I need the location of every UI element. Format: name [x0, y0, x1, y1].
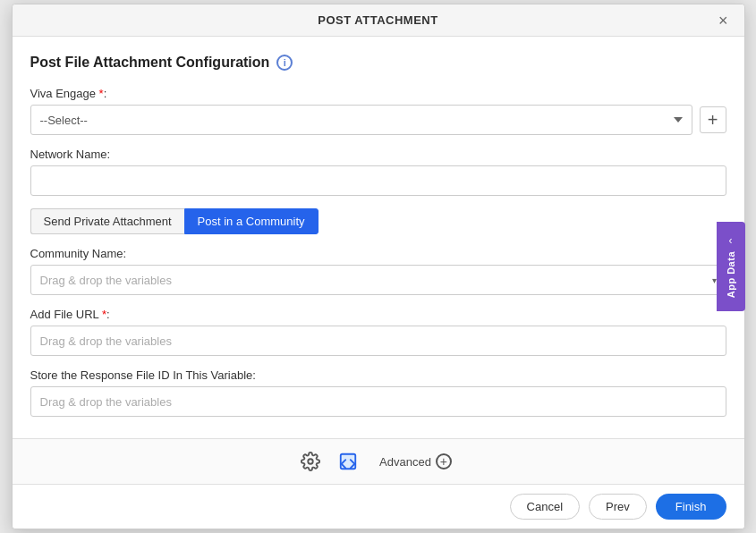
- community-name-input[interactable]: Drag & drop the variables ▾: [30, 265, 726, 295]
- gear-icon-button[interactable]: [297, 448, 324, 475]
- community-name-label: Community Name:: [30, 247, 726, 260]
- network-name-input[interactable]: [30, 165, 726, 196]
- action-footer: Cancel Prev Finish: [13, 484, 744, 529]
- add-file-url-input[interactable]: Drag & drop the variables: [30, 326, 726, 356]
- prev-button[interactable]: Prev: [589, 494, 647, 520]
- viva-engage-group: Viva Engage *: --Select-- +: [30, 87, 726, 135]
- modal-body: Post File Attachment Configuration i Viv…: [13, 37, 744, 438]
- viva-engage-label: Viva Engage *:: [30, 87, 726, 100]
- svg-point-0: [308, 459, 313, 464]
- viva-engage-select-wrapper: --Select-- +: [30, 105, 726, 135]
- network-name-label: Network Name:: [30, 148, 726, 161]
- embed-icon-button[interactable]: [335, 448, 361, 475]
- tab-post-community[interactable]: Post in a Community: [184, 208, 319, 234]
- add-file-url-group: Add File URL *: Drag & drop the variable…: [30, 308, 726, 356]
- tab-private-attachment[interactable]: Send Private Attachment: [30, 208, 184, 234]
- modal-title: POST ATTACHMENT: [318, 13, 437, 27]
- viva-engage-select[interactable]: --Select--: [30, 105, 692, 135]
- side-chevron-icon: ‹: [729, 234, 733, 247]
- app-data-tab[interactable]: ‹ App Data: [717, 222, 745, 311]
- modal-dialog: POST ATTACHMENT × Post File Attachment C…: [12, 4, 745, 529]
- tab-group: Send Private Attachment Post in a Commun…: [30, 208, 726, 234]
- side-tab-wrapper: ‹ App Data: [717, 4, 745, 529]
- viva-engage-required: *: [96, 87, 104, 100]
- advanced-plus-icon: +: [436, 453, 452, 470]
- network-name-group: Network Name:: [30, 148, 726, 196]
- community-name-group: Community Name: Drag & drop the variable…: [30, 247, 726, 295]
- add-file-url-label: Add File URL *:: [30, 308, 726, 321]
- advanced-button[interactable]: Advanced +: [372, 450, 459, 473]
- side-tab-label: App Data: [726, 251, 736, 298]
- modal-header: POST ATTACHMENT ×: [13, 4, 744, 37]
- store-response-group: Store the Response File ID In This Varia…: [30, 368, 726, 417]
- store-response-label: Store the Response File ID In This Varia…: [30, 368, 726, 382]
- cancel-button[interactable]: Cancel: [510, 494, 580, 520]
- section-title-group: Post File Attachment Configuration i: [30, 55, 726, 71]
- info-icon[interactable]: i: [276, 55, 293, 71]
- section-title-text: Post File Attachment Configuration: [30, 55, 270, 71]
- store-response-input[interactable]: Drag & drop the variables: [30, 386, 726, 417]
- footer-bar: Advanced +: [13, 438, 744, 484]
